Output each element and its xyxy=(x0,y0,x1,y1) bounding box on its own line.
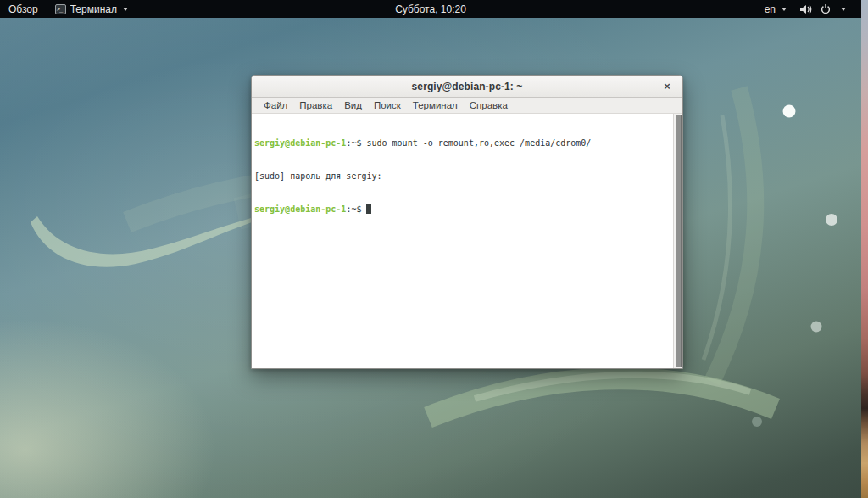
wallpaper-dot xyxy=(783,105,796,118)
activities-button[interactable]: Обзор xyxy=(0,0,47,18)
chevron-down-icon xyxy=(123,8,128,11)
chevron-down-icon xyxy=(841,8,846,11)
window-menubar: Файл Правка Вид Поиск Терминал Справка xyxy=(252,98,682,114)
terminal-line: [sudo] пароль для sergiy: xyxy=(254,171,669,182)
window-titlebar[interactable]: sergiy@debian-pc-1: ~ × xyxy=(252,76,682,98)
terminal-line: sergiy@debian-pc-1:~$ xyxy=(254,204,669,215)
top-bar: Обзор >_ Терминал Суббота, 10:20 en xyxy=(0,0,861,18)
command-text: sudo mount -o remount,ro,exec /media/cdr… xyxy=(366,138,591,148)
volume-icon xyxy=(800,4,812,14)
keyboard-layout-indicator[interactable]: en xyxy=(761,0,790,18)
clock-button[interactable]: Суббота, 10:20 xyxy=(395,3,466,15)
prompt-suffix: :~$ xyxy=(346,204,366,214)
terminal-line: sergiy@debian-pc-1:~$ sudo mount -o remo… xyxy=(254,137,669,148)
terminal-cursor xyxy=(366,204,371,214)
output-text: [sudo] пароль для sergiy: xyxy=(254,171,382,181)
menu-item-edit[interactable]: Правка xyxy=(293,99,338,111)
close-icon: × xyxy=(664,80,670,92)
app-menu-label: Терминал xyxy=(70,3,117,15)
menu-item-view[interactable]: Вид xyxy=(338,99,368,111)
keyboard-layout-label: en xyxy=(765,3,776,15)
prompt-suffix: :~$ xyxy=(346,138,366,148)
chevron-down-icon xyxy=(782,8,787,11)
prompt-user: sergiy@debian-pc-1 xyxy=(254,138,346,148)
scrollbar-thumb[interactable] xyxy=(676,115,682,367)
window-title: sergiy@debian-pc-1: ~ xyxy=(252,81,682,92)
menu-item-help[interactable]: Справка xyxy=(464,99,514,111)
terminal-icon: >_ xyxy=(55,4,66,14)
menu-item-search[interactable]: Поиск xyxy=(368,99,407,111)
app-menu-button[interactable]: >_ Терминал xyxy=(47,0,136,18)
wallpaper-dot xyxy=(826,214,837,226)
menu-item-terminal[interactable]: Терминал xyxy=(407,99,464,111)
system-menu-button[interactable] xyxy=(795,0,851,18)
terminal-scrollbar[interactable] xyxy=(673,114,682,368)
wallpaper-dot xyxy=(811,322,822,333)
screen-edge-strip xyxy=(861,0,868,498)
prompt-user: sergiy@debian-pc-1 xyxy=(254,204,346,214)
terminal-window: sergiy@debian-pc-1: ~ × Файл Правка Вид … xyxy=(251,75,683,369)
activities-label: Обзор xyxy=(8,3,38,15)
terminal-screen[interactable]: sergiy@debian-pc-1:~$ sudo mount -o remo… xyxy=(252,114,682,368)
wallpaper-dot xyxy=(752,417,762,427)
close-button[interactable]: × xyxy=(659,79,675,94)
menu-item-file[interactable]: Файл xyxy=(258,99,293,111)
power-icon xyxy=(821,4,831,14)
